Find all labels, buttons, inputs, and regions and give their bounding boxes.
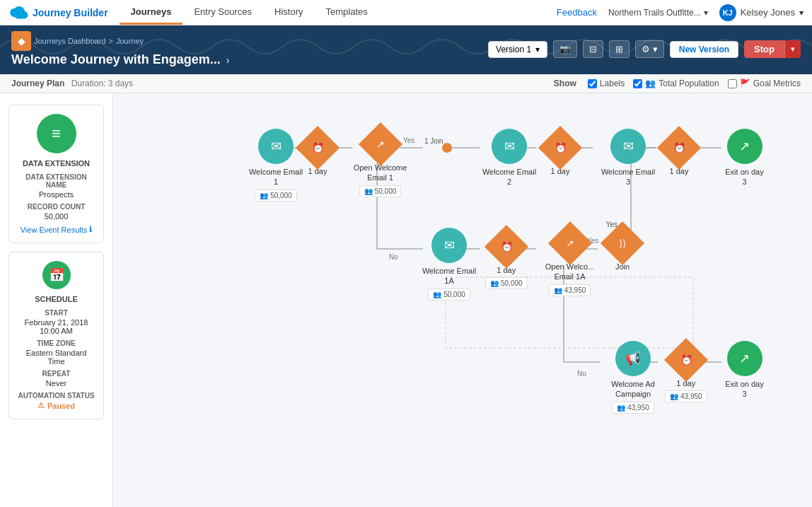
decision-diamond-1a: ↗ — [547, 221, 591, 265]
node-exit-day3-2[interactable]: ↗ Exit on day 3 — [725, 341, 764, 400]
view-event-text: View Event Results — [21, 226, 88, 234]
node-wait-1[interactable]: ⏰ 1 day — [302, 132, 333, 176]
settings-button[interactable]: ⚙ ▾ — [635, 40, 664, 58]
node-count: 👥 50,000 — [359, 185, 402, 197]
ad-icon: 📢 — [625, 351, 641, 366]
email-circle: ✉ — [492, 129, 527, 164]
email-circle-3: ✉ — [610, 129, 646, 164]
de-record-label: RECORD COUNT — [18, 203, 95, 211]
node-label: Welcome Ad Campaign — [605, 379, 661, 400]
node-label: Welcome Email 2 — [481, 167, 538, 187]
brand-text: Journey Builder — [33, 7, 108, 18]
node-wait-2[interactable]: ⏰ 1 day — [545, 132, 576, 176]
start-value: February 21, 2018 10:00 AM — [18, 318, 95, 335]
labels-cb-input[interactable] — [588, 79, 597, 88]
journey-plan-bar: Journey Plan Duration: 3 days Show Label… — [0, 74, 812, 93]
exit-icon: ↗ — [739, 139, 750, 154]
node-join-row2[interactable]: ⟩⟩ Join — [607, 228, 638, 272]
view-event-link[interactable]: View Event Results ℹ — [18, 225, 95, 234]
svg-text:No: No — [577, 370, 586, 378]
tab-journeys[interactable]: Journeys — [120, 0, 183, 25]
new-version-button[interactable]: New Version — [670, 41, 738, 58]
plan-info: Journey Plan Duration: 3 days — [11, 78, 133, 88]
labels-checkbox[interactable]: Labels — [588, 78, 625, 88]
tab-history[interactable]: History — [263, 0, 314, 25]
tab-templates[interactable]: Templates — [315, 0, 379, 25]
feedback-link[interactable]: Feedback — [557, 7, 597, 18]
goal-metrics-label: Goal Metrics — [753, 78, 801, 88]
de-name-value: Prospects — [18, 190, 95, 199]
exit-circle-2: ↗ — [727, 341, 762, 376]
filter-button[interactable]: ⊟ — [583, 40, 603, 58]
cursor-icon-1a: ↗ — [566, 238, 574, 249]
cursor-icon: ↗ — [376, 139, 385, 150]
node-label: Welcome Email 1 — [248, 167, 304, 187]
node-exit-day3-1[interactable]: ↗ Exit on day 3 — [725, 129, 764, 187]
wait-diamond-2: ⏰ — [538, 126, 582, 170]
email-circle-1a: ✉ — [431, 228, 467, 263]
de-name-label: DATA EXTENSION NAME — [18, 173, 95, 189]
clock-icon-r3: ⏰ — [680, 354, 692, 366]
clock-icon-r2: ⏰ — [500, 241, 512, 252]
flow-diagram: Yes No Yes — [127, 107, 764, 507]
org-dropdown-icon[interactable]: ▾ — [704, 8, 708, 18]
clock-icon-3: ⏰ — [673, 142, 685, 153]
version-button[interactable]: Version 1 ▾ — [488, 41, 547, 58]
node-wait-row2[interactable]: ⏰ 1 day 👥 50,000 — [485, 231, 528, 289]
breadcrumb-home[interactable]: Journeys Dashboard — [34, 37, 106, 45]
data-extension-icon: ≡ — [37, 114, 76, 153]
stop-dropdown-button[interactable]: ▾ — [784, 40, 801, 58]
journey-title-text: Welcome Journey with Engagem... — [11, 52, 221, 67]
org-selector[interactable]: Northern Trails Outfitte... ▾ — [608, 8, 708, 18]
node-welcome-ad[interactable]: 📢 Welcome Ad Campaign 👥 43,950 — [605, 341, 661, 414]
node-open-welcome-1a[interactable]: ↗ Open Welco... Email 1A 👥 43,950 Yes — [543, 228, 596, 296]
brand-logo[interactable]: Journey Builder — [8, 6, 108, 19]
node-welcome-email-2[interactable]: ✉ Welcome Email 2 — [481, 129, 538, 187]
de-card-title: DATA EXTENSION — [18, 159, 95, 168]
journey-icon: ◆ — [11, 31, 31, 51]
sub-header-left: ◆ Journeys Dashboard > Journey Welcome J… — [11, 31, 229, 67]
status-badge: ⚠ Paused — [18, 401, 95, 410]
node-wait-3[interactable]: ⏰ 1 day — [663, 132, 695, 176]
join-diamond: ⟩⟩ — [601, 221, 644, 265]
repeat-value: Never — [18, 379, 95, 387]
goal-metrics-cb-input[interactable] — [728, 79, 737, 88]
version-dropdown-icon: ▾ — [535, 45, 540, 54]
main-content: ≡ DATA EXTENSION DATA EXTENSION NAME Pro… — [0, 93, 812, 507]
node-welcome-email-1[interactable]: ✉ Welcome Email 1 👥 50,000 — [248, 129, 304, 202]
total-population-checkbox[interactable]: 👥 Total Population — [633, 78, 719, 88]
de-icon-symbol: ≡ — [52, 124, 61, 143]
user-badge[interactable]: KJ Kelsey Jones ▾ — [719, 4, 804, 21]
stop-group: Stop ▾ — [744, 40, 801, 58]
people-icon: 👥 — [554, 286, 562, 294]
labels-cb-label: Labels — [600, 78, 625, 88]
user-avatar: KJ — [719, 4, 736, 21]
node-label: Welcome Email 1A — [421, 266, 477, 286]
share-button[interactable]: ⊞ — [609, 40, 630, 58]
node-count-1a-open: 👥 43,950 — [549, 284, 591, 296]
user-dropdown-icon[interactable]: ▾ — [799, 8, 804, 18]
show-section: Show Labels 👥 Total Population 🚩 Goal Me… — [554, 78, 801, 88]
org-name: Northern Trails Outfitte... — [608, 8, 701, 18]
node-welcome-email-1a[interactable]: ✉ Welcome Email 1A 👥 50,000 — [421, 228, 477, 301]
node-open-welcome-email-1[interactable]: ↗ Open Welcome Email 1 👥 50,000 — [350, 129, 410, 197]
camera-button[interactable]: 📷 — [553, 40, 577, 58]
clock-icon-2: ⏰ — [555, 142, 567, 153]
node-label: Exit on day 3 — [725, 379, 764, 400]
node-wait-row3[interactable]: ⏰ 1 day 👥 43,950 — [665, 344, 707, 402]
left-panel: ≡ DATA EXTENSION DATA EXTENSION NAME Pro… — [0, 93, 113, 507]
timezone-value: Eastern Standard Time — [18, 349, 95, 366]
title-expand-icon[interactable]: › — [226, 54, 230, 66]
node-count-1a: 👥 50,000 — [428, 289, 470, 301]
email-icon-1a: ✉ — [444, 238, 455, 253]
node-welcome-email-3[interactable]: ✉ Welcome Email 3 — [600, 129, 656, 187]
goal-metrics-checkbox[interactable]: 🚩 Goal Metrics — [728, 78, 801, 88]
stop-button[interactable]: Stop — [744, 40, 784, 58]
version-label: Version 1 — [496, 45, 531, 54]
total-pop-icon: 👥 — [645, 78, 656, 88]
decision-diamond: ↗ — [358, 122, 402, 166]
total-pop-cb-input[interactable] — [633, 79, 642, 88]
top-navigation: Journey Builder Journeys Entry Sources H… — [0, 0, 812, 25]
node-count-ad: 👥 43,950 — [612, 402, 654, 414]
tab-entry-sources[interactable]: Entry Sources — [182, 0, 263, 25]
